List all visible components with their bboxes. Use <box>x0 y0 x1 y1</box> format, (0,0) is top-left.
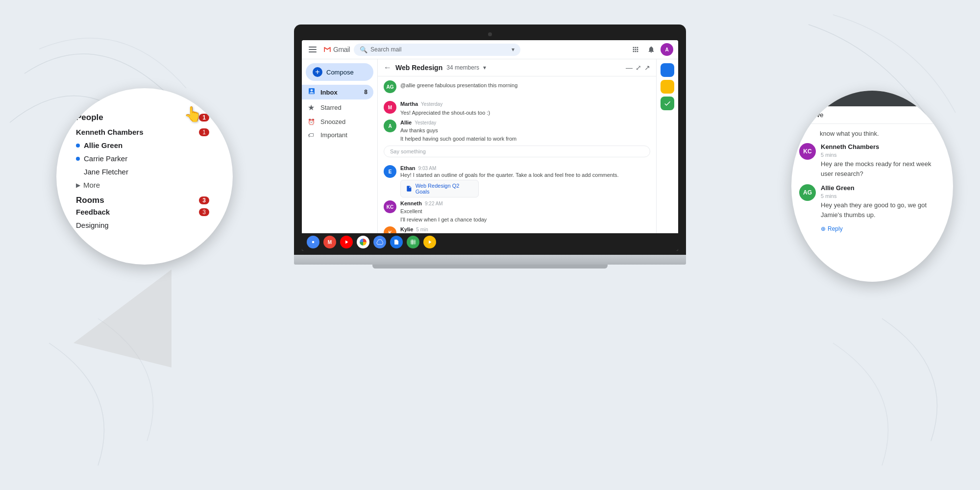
chat-popup-header: e Green — ⤢ ✕ <box>791 91 953 106</box>
svg-rect-2 <box>411 240 416 245</box>
feedback-badge: 3 <box>199 208 209 216</box>
nav-inbox[interactable]: Inbox 8 <box>302 85 373 99</box>
say-something-1[interactable]: Say something <box>384 146 650 157</box>
more-options-chat[interactable]: ⋮ <box>938 110 946 120</box>
taskbar-chrome[interactable] <box>307 236 319 248</box>
gmail-logo: Gmail <box>322 45 350 54</box>
external-link-button[interactable]: ↗ <box>644 64 650 72</box>
allie-popup-text: Hey yeah they are good to go, we got Jam… <box>821 200 945 220</box>
message-row: K Kylie 5 min Looks awesome <box>384 226 650 233</box>
allie-name: Allie Green <box>84 141 122 149</box>
message-row: E Ethan 9:03 AM Hey! I started an outlin… <box>384 165 650 197</box>
attachment-name: Web Redesign Q2 Goals <box>416 183 473 195</box>
taskbar-play[interactable] <box>423 236 436 248</box>
taskbar-sheets[interactable] <box>407 236 419 248</box>
msg-time: Yesterday <box>421 101 442 107</box>
snoozed-label: Snoozed <box>320 118 345 125</box>
chat-popup-circle: e Green — ⤢ ✕ Active ⋮ know what you thi… <box>791 91 953 282</box>
more-item[interactable]: ▶ More <box>76 178 219 192</box>
taskbar-gmail[interactable]: M <box>323 236 336 248</box>
msg-time: 9:03 AM <box>418 166 437 171</box>
msg-sender: Kylie <box>400 226 413 232</box>
search-placeholder: Search mail <box>370 46 401 53</box>
minimize-chat[interactable]: — <box>918 95 925 102</box>
contact-kenneth[interactable]: Kenneth Chambers 1 <box>76 125 219 139</box>
kenneth-badge: 1 <box>199 128 209 136</box>
svg-point-1 <box>312 241 315 244</box>
taskbar-docs[interactable] <box>390 236 403 248</box>
reply-label: Reply <box>828 225 843 232</box>
nav-important[interactable]: 🏷 Important <box>302 129 377 141</box>
minimize-button[interactable]: — <box>626 64 633 72</box>
kenneth-name: Kenneth Chambers <box>76 128 195 136</box>
msg-sender: Martha <box>400 101 418 107</box>
yellow-indicator[interactable] <box>661 80 674 94</box>
members-count: 34 members <box>446 64 479 71</box>
kenneth-popup-name: Kenneth Chambers <box>821 143 879 150</box>
taskbar-photos[interactable] <box>357 236 369 248</box>
cursor-icon: 👆 <box>184 105 202 122</box>
attachment-card[interactable]: Web Redesign Q2 Goals <box>400 180 479 197</box>
grid-icon[interactable] <box>629 43 642 56</box>
room-designing[interactable]: Designing <box>76 219 219 232</box>
gmail-label: Gmail <box>333 46 350 53</box>
message-row: AG @allie greene fabulous presentation t… <box>384 80 650 93</box>
expand-chat[interactable]: ⤢ <box>930 95 935 102</box>
rooms-title: Rooms <box>76 196 104 205</box>
msg-time: 9:22 AM <box>425 201 443 206</box>
popup-msg-allie: AG Allie Green 5 mins Hey yeah they are … <box>799 184 945 220</box>
msg-sender: Kenneth <box>400 200 422 206</box>
taskbar-youtube[interactable] <box>340 236 353 248</box>
msg-text: @allie greene fabulous presentation this… <box>400 82 517 88</box>
reply-button[interactable]: ⊕ Reply <box>821 225 945 232</box>
msg-time: Yesterday <box>415 120 436 125</box>
contact-carrie[interactable]: Carrie Parker <box>76 152 219 165</box>
contact-allie[interactable]: Allie Green <box>76 139 219 152</box>
search-bar: 🔍 Search mail ▾ <box>354 44 520 56</box>
hamburger-icon[interactable] <box>307 45 318 54</box>
msg-sender: Allie <box>400 120 412 125</box>
messages-area: AG @allie greene fabulous presentation t… <box>378 76 656 233</box>
starred-label: Starred <box>320 104 342 111</box>
blue-indicator[interactable] <box>661 63 674 77</box>
important-label: Important <box>320 131 347 139</box>
partial-text: know what you think. <box>820 130 945 137</box>
taskbar: M <box>302 233 678 251</box>
rooms-badge: 3 <box>199 196 209 204</box>
rooms-section: Rooms 3 <box>76 196 219 205</box>
feedback-name: Feedback <box>76 208 195 216</box>
check-indicator[interactable] <box>661 97 674 110</box>
compose-label: Compose <box>326 69 354 76</box>
notification-icon[interactable] <box>645 43 658 56</box>
nav-snoozed[interactable]: ⏰ Snoozed <box>302 116 377 128</box>
room-title: Web Redesign <box>395 64 442 72</box>
kenneth-popup-text: Hey are the mocks ready for next week us… <box>821 159 945 178</box>
nav-starred[interactable]: ★ Starred <box>302 100 377 115</box>
msg-time: 5 min <box>416 227 428 232</box>
message-row: M Martha Yesterday Yes! Appreciated the … <box>384 101 650 117</box>
inbox-label: Inbox <box>320 89 364 96</box>
right-sidebar <box>657 59 678 233</box>
taskbar-drive[interactable] <box>373 236 386 248</box>
message-row: A Allie Yesterday Aw thanks guysIt helpe… <box>384 120 650 143</box>
expand-button[interactable]: ⤢ <box>636 64 641 72</box>
compose-button[interactable]: + Compose <box>306 63 373 81</box>
svg-marker-0 <box>74 270 172 368</box>
msg-sender: Ethan <box>400 165 416 171</box>
more-label: More <box>83 181 100 189</box>
carrie-name: Carrie Parker <box>84 154 127 163</box>
close-chat[interactable]: ✕ <box>940 95 946 102</box>
popup-msg-kenneth: KC Kenneth Chambers 5 mins Hey are the m… <box>799 143 945 178</box>
back-button[interactable]: ← <box>384 63 392 72</box>
user-avatar[interactable]: A <box>661 43 673 56</box>
jane-name: Jane Fletcher <box>84 168 128 176</box>
active-status: Active <box>806 111 823 119</box>
inbox-badge: 8 <box>364 89 368 96</box>
contact-jane[interactable]: Jane Fletcher <box>76 165 219 178</box>
gmail-sidebar: + Compose Inbox 8 ★ St <box>302 59 378 233</box>
room-feedback[interactable]: Feedback 3 <box>76 205 219 219</box>
allie-popup-name: Allie Green <box>821 184 855 192</box>
chat-room-main: ← Web Redesign 34 members ▾ — ⤢ ↗ <box>378 59 657 233</box>
sidebar-popup-circle: People 1 Kenneth Chambers 1 Allie Green … <box>56 88 233 265</box>
designing-name: Designing <box>76 221 109 229</box>
